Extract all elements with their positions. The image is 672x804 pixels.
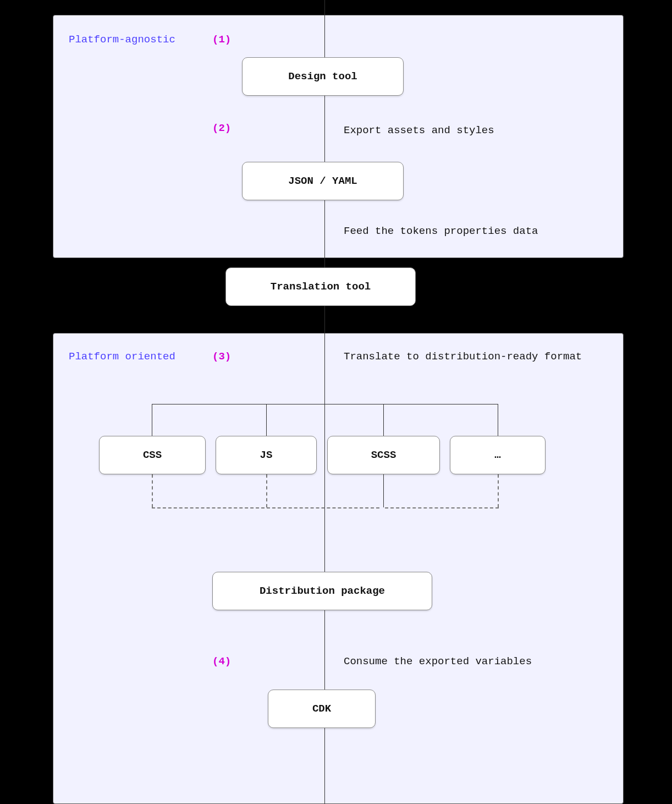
step-4-desc: Consume the exported variables bbox=[344, 655, 532, 668]
step-2-marker: (2) bbox=[212, 122, 231, 134]
panel-platform-agnostic bbox=[53, 15, 624, 258]
node-distribution-package: Distribution package bbox=[212, 572, 432, 610]
step-3-desc: Translate to distribution-ready format bbox=[344, 351, 582, 363]
connector-drop-scss bbox=[383, 404, 384, 436]
node-etc: … bbox=[450, 436, 546, 474]
connector-merge-js bbox=[266, 474, 267, 507]
connector-spine bbox=[324, 0, 325, 804]
node-json-yaml: JSON / YAML bbox=[242, 162, 404, 200]
connector-drop-css bbox=[152, 404, 152, 436]
connector-merge-bar-right bbox=[385, 507, 499, 508]
node-cdk: CDK bbox=[268, 690, 376, 728]
step-4-marker: (4) bbox=[212, 655, 231, 668]
node-css: CSS bbox=[99, 436, 206, 474]
step-3-marker: (3) bbox=[212, 351, 231, 363]
node-translation-tool: Translation tool bbox=[225, 267, 416, 306]
connector-merge-scss bbox=[383, 474, 384, 507]
connector-merge-bar-left bbox=[152, 507, 379, 508]
node-js: JS bbox=[216, 436, 317, 474]
connector-drop-etc bbox=[498, 404, 498, 436]
connector-branch-top bbox=[152, 404, 498, 404]
node-scss: SCSS bbox=[327, 436, 440, 474]
connector-merge-css bbox=[152, 474, 153, 507]
step-2-desc: Export assets and styles bbox=[344, 124, 494, 136]
panel-top-label: Platform-agnostic bbox=[69, 34, 175, 46]
connector-drop-js bbox=[266, 404, 267, 436]
node-design-tool: Design tool bbox=[242, 57, 404, 96]
connector-merge-etc bbox=[498, 474, 499, 507]
panel-bottom-label: Platform oriented bbox=[69, 351, 175, 363]
step-1-marker: (1) bbox=[212, 34, 231, 46]
step-2b-desc: Feed the tokens properties data bbox=[344, 225, 538, 237]
